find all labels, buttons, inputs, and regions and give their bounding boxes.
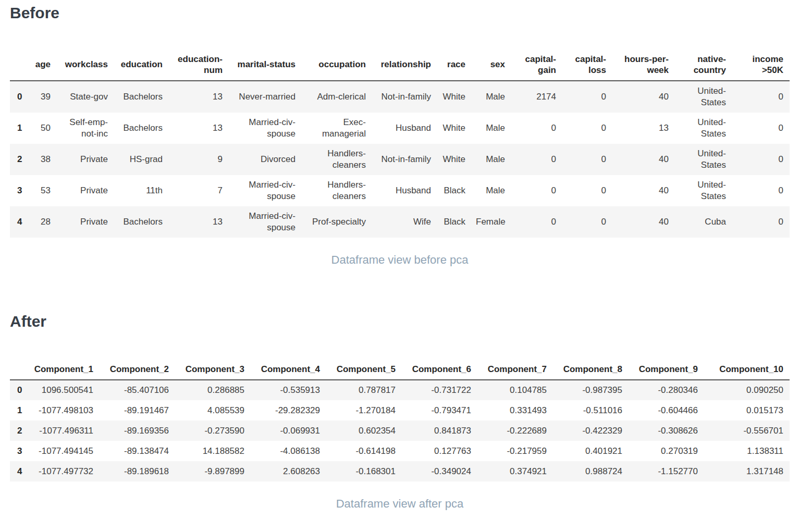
table-cell: 1.317148 [704,461,790,481]
table-cell: Handlers-cleaners [302,175,372,206]
table-cell: Married-civ-spouse [229,113,302,144]
table-cell: 0 [562,175,612,206]
table-cell: 50 [26,113,57,144]
column-header: relationship [372,50,437,81]
table-cell: 11th [114,175,169,206]
table-cell: 40 [612,206,675,238]
table-cell: 0 [732,113,790,144]
table-cell: 2174 [511,81,562,113]
table-row: 150Self-emp-not-incBachelors13Married-ci… [10,113,790,144]
table-cell: Married-civ-spouse [229,206,302,238]
table-cell: 0.374921 [477,461,553,481]
table-cell: Wife [372,206,437,238]
table-cell: Husband [372,175,437,206]
before-heading: Before [10,4,812,22]
table-row: 2-1077.496311-89.169356-0.273590-0.06993… [10,421,790,441]
table-cell: 13 [169,206,229,238]
table-cell: Bachelors [114,206,169,238]
table-cell: 7 [169,175,229,206]
table-cell: 0 [732,144,790,175]
table-cell: Not-in-family [372,81,437,113]
table-cell: -29.282329 [251,400,326,421]
column-header: marital-status [229,50,302,81]
table-cell: Male [472,113,511,144]
table-cell: Private [57,206,114,238]
index-header [10,50,26,81]
table-cell: State-gov [57,81,114,113]
table-cell: -0.280346 [629,380,704,400]
table-cell: Female [472,206,511,238]
table-cell: Male [472,81,511,113]
table-cell: 28 [26,206,57,238]
table-cell: -0.422329 [553,421,629,441]
table-cell: 14.188582 [175,441,251,461]
table-cell: -1077.498103 [26,400,100,421]
column-header: race [437,50,472,81]
column-header: education [114,50,169,81]
table-cell: 39 [26,81,57,113]
table-cell: -0.987395 [553,380,629,400]
table-cell: 0.104785 [477,380,553,400]
table-cell: -1.270184 [326,400,402,421]
table-cell: 0.602354 [326,421,402,441]
row-index: 0 [10,81,26,113]
column-header: Component_4 [251,360,326,380]
column-header: Component_3 [175,360,251,380]
table-cell: 0 [732,175,790,206]
table-cell: Never-married [229,81,302,113]
table-cell: -0.511016 [553,400,629,421]
table-cell: -1077.494145 [26,441,100,461]
table-cell: -0.556701 [704,421,790,441]
table-cell: -0.217959 [477,441,553,461]
table-cell: White [437,113,472,144]
table-cell: -1.152770 [629,461,704,481]
index-header [10,360,26,380]
table-cell: -0.168301 [326,461,402,481]
table-cell: 0 [511,206,562,238]
table-cell: -1077.497732 [26,461,100,481]
table-cell: White [437,81,472,113]
table-cell: Bachelors [114,113,169,144]
table-cell: 0.841873 [402,421,477,441]
table-row: 01096.500541-85.4071060.286885-0.5359130… [10,380,790,400]
row-index: 1 [10,113,26,144]
table-cell: -4.086138 [251,441,326,461]
column-header: Component_8 [553,360,629,380]
table-cell: -89.191467 [100,400,175,421]
column-header: Component_6 [402,360,477,380]
table-cell: White [437,144,472,175]
table-cell: Private [57,175,114,206]
column-header: sex [472,50,511,81]
table-cell: Black [437,175,472,206]
column-header: Component_1 [26,360,100,380]
table-cell: -0.793471 [402,400,477,421]
table-cell: 1096.500541 [26,380,100,400]
table-cell: 0.127763 [402,441,477,461]
table-cell: 0.988724 [553,461,629,481]
table-cell: -0.308626 [629,421,704,441]
row-index: 1 [10,400,26,421]
table-row: 039State-govBachelors13Never-marriedAdm-… [10,81,790,113]
row-index: 0 [10,380,26,400]
notebook-output-page: Before ageworkclasseducationeducation-nu… [0,0,812,519]
table-cell: 0 [511,175,562,206]
table-cell: 0.401921 [553,441,629,461]
table-cell: United-States [675,144,732,175]
table-cell: 13 [169,113,229,144]
table-cell: 0.090250 [704,380,790,400]
column-header: Component_9 [629,360,704,380]
table-cell: 0.015173 [704,400,790,421]
row-index: 4 [10,206,26,238]
column-header: income >50K [732,50,790,81]
table-cell: Exec-managerial [302,113,372,144]
row-index: 3 [10,175,26,206]
after-table-caption: Dataframe view after pca [10,497,790,511]
table-cell: Self-emp-not-inc [57,113,114,144]
column-header: workclass [57,50,114,81]
table-cell: Not-in-family [372,144,437,175]
table-cell: -89.189618 [100,461,175,481]
table-cell: United-States [675,113,732,144]
row-index: 4 [10,461,26,481]
after-dataframe-table: Component_1Component_2Component_3Compone… [10,360,790,481]
table-cell: -89.169356 [100,421,175,441]
